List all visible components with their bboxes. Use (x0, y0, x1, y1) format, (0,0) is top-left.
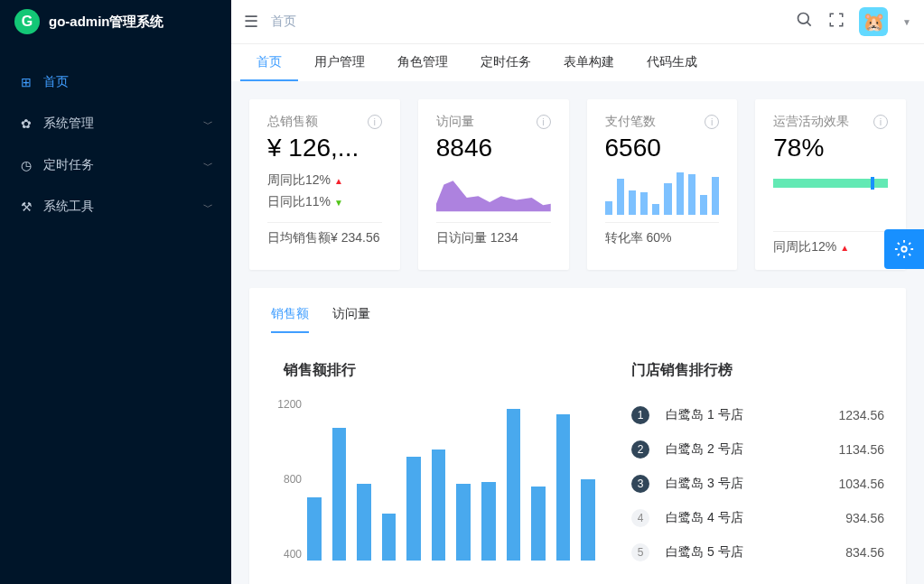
panel-tab-1[interactable]: 访问量 (332, 306, 370, 333)
chart-bar (581, 479, 595, 561)
rank-name: 白鹭岛 2 号店 (666, 441, 838, 458)
card-value: ¥ 126,... (267, 134, 382, 162)
chart-bar (382, 514, 397, 561)
sidebar-item-0[interactable]: ⊞首页 (0, 61, 231, 103)
chart-bar (307, 497, 322, 561)
bar-sparkline (605, 170, 720, 215)
tabs-bar: 首页用户管理角色管理定时任务表单构建代码生成 (231, 43, 924, 81)
chart-bar (432, 450, 446, 561)
navbar: ☰ 首页 🐹 ▼ (231, 0, 924, 43)
sidebar-item-2[interactable]: ◷定时任务﹀ (0, 144, 231, 186)
stat-card-3: 运营活动效果i78%同周比12% ▲ (755, 99, 906, 270)
chevron-down-icon: ﹀ (203, 200, 213, 214)
y-axis: 1200800400 (271, 398, 302, 561)
card-title: 访问量 (436, 114, 474, 130)
rank-value: 834.56 (845, 545, 884, 560)
chart-bar (456, 484, 471, 561)
rank-number: 5 (631, 543, 649, 561)
breadcrumb: 首页 (271, 14, 783, 30)
search-icon[interactable] (796, 11, 814, 33)
app-title: go-admin管理系统 (49, 14, 164, 31)
rank-name: 白鹭岛 5 号店 (666, 544, 845, 561)
info-icon[interactable]: i (368, 115, 382, 129)
logo-icon: G (14, 9, 40, 34)
menu-label: 首页 (43, 74, 213, 90)
menu-icon: ✿ (18, 116, 34, 131)
chevron-down-icon: ﹀ (203, 159, 213, 172)
rank-row: 2白鹭岛 2 号店1134.56 (631, 432, 884, 467)
sidebar-menu: ⊞首页✿系统管理﹀◷定时任务﹀⚒系统工具﹀ (0, 43, 231, 227)
progress-bar (773, 179, 888, 188)
svg-line-1 (807, 22, 811, 25)
chart-title: 销售额排行 (284, 361, 595, 380)
tab-4[interactable]: 表单构建 (547, 44, 630, 81)
chart-bar (531, 487, 546, 561)
chart-bar (481, 482, 496, 561)
rank-number: 2 (631, 440, 649, 459)
chart-bar (357, 484, 371, 561)
tab-2[interactable]: 角色管理 (381, 44, 464, 81)
menu-label: 系统工具 (43, 199, 203, 215)
card-title: 总销售额 (267, 114, 318, 130)
rank-number: 3 (631, 475, 649, 493)
card-footer: 日访问量 1234 (436, 222, 551, 246)
panel-tabs: 销售额访问量 (271, 306, 884, 334)
stat-cards: 总销售额i¥ 126,...周同比12% ▲日同比11% ▼日均销售额¥ 234… (249, 99, 906, 270)
menu-label: 系统管理 (43, 116, 203, 132)
tab-1[interactable]: 用户管理 (298, 44, 381, 81)
nav-actions: 🐹 ▼ (796, 7, 911, 36)
sidebar: G go-admin管理系统 ⊞首页✿系统管理﹀◷定时任务﹀⚒系统工具﹀ (0, 0, 231, 584)
hamburger-icon[interactable]: ☰ (244, 12, 258, 32)
chart-bar (507, 409, 521, 561)
sales-panel: 销售额访问量 销售额排行 1200800400 门店销售排行榜 1白鹭岛 1 号… (249, 288, 906, 584)
rank-row: 4白鹭岛 4 号店934.56 (631, 501, 884, 535)
chevron-down-icon[interactable]: ▼ (902, 17, 911, 27)
rank-row: 1白鹭岛 1 号店1234.56 (631, 398, 884, 432)
info-icon[interactable]: i (705, 115, 719, 129)
rank-value: 1034.56 (838, 477, 884, 491)
rank-title: 门店销售排行榜 (631, 361, 884, 380)
bar-chart: 1200800400 (271, 398, 595, 561)
rank-name: 白鹭岛 4 号店 (666, 510, 845, 526)
area-sparkline (436, 170, 551, 215)
tab-3[interactable]: 定时任务 (464, 44, 547, 81)
chart-bar (406, 457, 421, 561)
sidebar-item-3[interactable]: ⚒系统工具﹀ (0, 186, 231, 227)
chart-column: 销售额排行 1200800400 (271, 361, 595, 570)
menu-icon: ⊞ (18, 75, 34, 89)
menu-label: 定时任务 (43, 157, 203, 173)
info-icon[interactable]: i (873, 115, 888, 129)
avatar[interactable]: 🐹 (859, 7, 888, 36)
logo: G go-admin管理系统 (0, 0, 231, 43)
card-title: 运营活动效果 (773, 114, 849, 130)
card-value: 8846 (436, 134, 551, 162)
rank-row: 3白鹭岛 3 号店1034.56 (631, 467, 884, 501)
settings-fab[interactable] (884, 229, 924, 269)
rank-column: 门店销售排行榜 1白鹭岛 1 号店1234.562白鹭岛 2 号店1134.56… (631, 361, 884, 570)
card-title: 支付笔数 (605, 114, 656, 130)
info-icon[interactable]: i (537, 115, 551, 129)
rank-name: 白鹭岛 1 号店 (666, 407, 838, 423)
fullscreen-icon[interactable] (828, 12, 845, 32)
card-footer: 转化率 60% (605, 222, 720, 246)
rank-number: 4 (631, 509, 649, 527)
rank-value: 1234.56 (838, 408, 884, 422)
rank-value: 934.56 (845, 511, 884, 525)
menu-icon: ⚒ (18, 199, 34, 214)
tab-5[interactable]: 代码生成 (630, 44, 714, 81)
card-footer: 日均销售额¥ 234.56 (267, 222, 382, 246)
stat-card-2: 支付笔数i6560转化率 60% (587, 99, 738, 270)
chevron-down-icon: ﹀ (203, 117, 213, 131)
main: ☰ 首页 🐹 ▼ 首页用户管理角色管理定时任务表单构建代码生成 总销售额i¥ 1… (231, 0, 924, 584)
stat-card-0: 总销售额i¥ 126,...周同比12% ▲日同比11% ▼日均销售额¥ 234… (249, 99, 400, 270)
menu-icon: ◷ (18, 158, 34, 172)
tab-0[interactable]: 首页 (240, 44, 298, 81)
rank-row: 5白鹭岛 5 号店834.56 (631, 535, 884, 570)
chart-bar (332, 428, 347, 561)
rank-value: 1134.56 (838, 442, 884, 457)
svg-point-0 (798, 13, 809, 23)
card-value: 78% (773, 134, 888, 162)
panel-tab-0[interactable]: 销售额 (271, 306, 309, 333)
card-value: 6560 (605, 134, 720, 162)
sidebar-item-1[interactable]: ✿系统管理﹀ (0, 103, 231, 144)
